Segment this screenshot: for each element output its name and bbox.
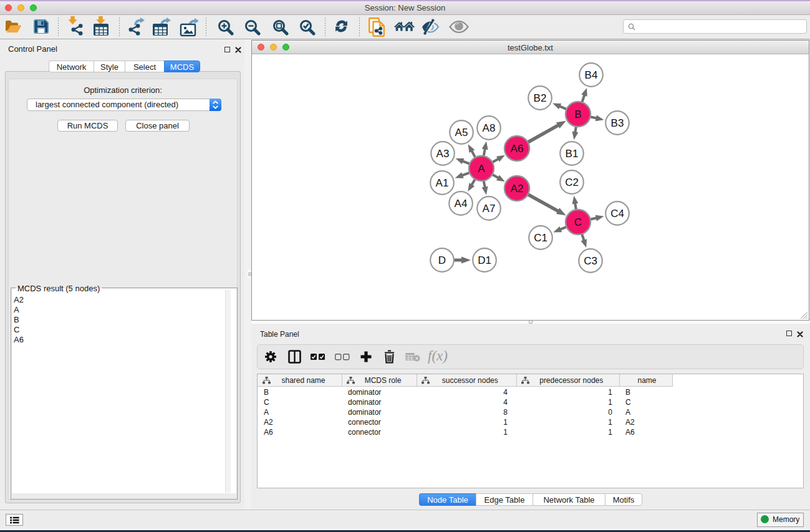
- svg-text:A: A: [478, 163, 485, 175]
- svg-text:D: D: [438, 254, 446, 266]
- svg-text:A1: A1: [436, 177, 449, 189]
- svg-text:B4: B4: [585, 69, 598, 81]
- svg-text:B: B: [574, 109, 581, 120]
- svg-text:C2: C2: [565, 177, 579, 188]
- svg-text:C1: C1: [534, 232, 547, 244]
- svg-text:C4: C4: [610, 208, 624, 220]
- svg-text:C3: C3: [584, 255, 597, 267]
- svg-text:A5: A5: [455, 127, 468, 138]
- svg-text:D1: D1: [478, 254, 491, 266]
- svg-text:A3: A3: [436, 148, 450, 160]
- svg-text:B3: B3: [611, 117, 624, 129]
- svg-text:A2: A2: [511, 183, 524, 195]
- svg-text:C: C: [574, 216, 582, 228]
- svg-text:A7: A7: [483, 203, 496, 215]
- svg-text:B2: B2: [534, 92, 547, 104]
- svg-text:A6: A6: [511, 143, 524, 155]
- svg-text:A8: A8: [483, 122, 496, 134]
- svg-text:B1: B1: [566, 148, 579, 160]
- svg-text:A4: A4: [455, 198, 468, 210]
